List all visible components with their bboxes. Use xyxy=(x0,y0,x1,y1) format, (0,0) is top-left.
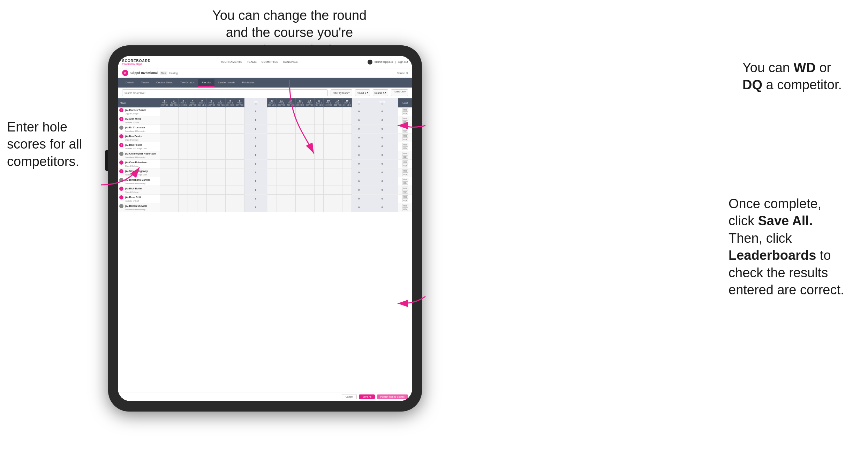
score-hole-14[interactable] xyxy=(305,142,314,151)
score-hole-6[interactable] xyxy=(207,194,216,203)
score-hole-11[interactable] xyxy=(277,151,286,159)
score-hole-6[interactable] xyxy=(207,142,216,151)
score-hole-6[interactable] xyxy=(207,107,216,116)
nav-tournaments[interactable]: TOURNAMENTS xyxy=(221,60,242,63)
sign-out-button[interactable]: Sign out xyxy=(398,60,408,63)
wd-button[interactable]: WD xyxy=(402,134,408,138)
score-hole-10[interactable] xyxy=(267,186,277,194)
score-hole-1[interactable] xyxy=(160,116,169,125)
score-hole-10[interactable] xyxy=(267,151,277,159)
score-hole-2[interactable] xyxy=(169,133,179,142)
score-hole-7[interactable] xyxy=(216,142,226,151)
score-hole-6[interactable] xyxy=(207,186,216,194)
score-hole-18[interactable] xyxy=(342,168,352,177)
score-hole-3[interactable] xyxy=(179,133,188,142)
wd-button[interactable]: WD xyxy=(402,178,408,181)
score-hole-9[interactable] xyxy=(235,177,244,186)
score-hole-1[interactable] xyxy=(160,125,169,133)
score-hole-12[interactable] xyxy=(286,125,295,133)
score-hole-12[interactable] xyxy=(286,194,295,203)
score-hole-3[interactable] xyxy=(179,168,188,177)
score-hole-13[interactable] xyxy=(295,107,305,116)
score-hole-17[interactable] xyxy=(333,133,342,142)
score-hole-6[interactable] xyxy=(207,151,216,159)
score-hole-16[interactable] xyxy=(324,142,333,151)
score-hole-6[interactable] xyxy=(207,116,216,125)
score-hole-14[interactable] xyxy=(305,133,314,142)
score-hole-13[interactable] xyxy=(295,142,305,151)
dq-button[interactable]: DQ xyxy=(402,173,408,176)
score-hole-11[interactable] xyxy=(277,107,286,116)
score-hole-14[interactable] xyxy=(305,107,314,116)
score-hole-2[interactable] xyxy=(169,168,179,177)
score-hole-4[interactable] xyxy=(188,203,197,212)
score-hole-7[interactable] xyxy=(216,194,226,203)
score-hole-1[interactable] xyxy=(160,133,169,142)
score-hole-15[interactable] xyxy=(314,194,324,203)
wd-button[interactable]: WD xyxy=(402,117,408,120)
dq-button[interactable]: DQ xyxy=(402,181,408,185)
score-hole-11[interactable] xyxy=(277,133,286,142)
score-hole-8[interactable] xyxy=(225,116,235,125)
score-hole-3[interactable] xyxy=(179,125,188,133)
score-hole-18[interactable] xyxy=(342,177,352,186)
score-hole-18[interactable] xyxy=(342,125,352,133)
score-hole-11[interactable] xyxy=(277,116,286,125)
score-hole-12[interactable] xyxy=(286,203,295,212)
nav-teams[interactable]: TEAMS xyxy=(247,60,257,63)
tab-leaderboards[interactable]: Leaderboards xyxy=(214,79,239,87)
tab-course-setup[interactable]: Course Setup xyxy=(153,79,177,87)
score-hole-1[interactable] xyxy=(160,203,169,212)
score-hole-3[interactable] xyxy=(179,116,188,125)
score-hole-1[interactable] xyxy=(160,151,169,159)
score-hole-8[interactable] xyxy=(225,186,235,194)
score-hole-16[interactable] xyxy=(324,107,333,116)
score-hole-15[interactable] xyxy=(314,177,324,186)
score-hole-10[interactable] xyxy=(267,159,277,168)
score-hole-5[interactable] xyxy=(197,116,207,125)
save-all-button[interactable]: Save All xyxy=(359,394,375,399)
score-hole-2[interactable] xyxy=(169,107,179,116)
score-hole-7[interactable] xyxy=(216,116,226,125)
score-hole-11[interactable] xyxy=(277,142,286,151)
tab-printables[interactable]: Printables xyxy=(239,79,258,87)
score-hole-4[interactable] xyxy=(188,177,197,186)
score-hole-6[interactable] xyxy=(207,177,216,186)
score-hole-3[interactable] xyxy=(179,194,188,203)
dq-button[interactable]: DQ xyxy=(402,208,408,211)
score-hole-16[interactable] xyxy=(324,159,333,168)
score-hole-9[interactable] xyxy=(235,151,244,159)
score-hole-1[interactable] xyxy=(160,159,169,168)
dq-button[interactable]: DQ xyxy=(402,146,408,150)
score-hole-13[interactable] xyxy=(295,133,305,142)
score-hole-6[interactable] xyxy=(207,159,216,168)
score-hole-4[interactable] xyxy=(188,159,197,168)
score-hole-17[interactable] xyxy=(333,186,342,194)
score-hole-3[interactable] xyxy=(179,177,188,186)
score-hole-10[interactable] xyxy=(267,168,277,177)
score-hole-5[interactable] xyxy=(197,133,207,142)
score-hole-18[interactable] xyxy=(342,159,352,168)
score-hole-16[interactable] xyxy=(324,125,333,133)
score-hole-12[interactable] xyxy=(286,133,295,142)
dq-button[interactable]: DQ xyxy=(402,155,408,159)
publish-round-button[interactable]: Publish Round Scores xyxy=(377,394,408,399)
score-hole-11[interactable] xyxy=(277,125,286,133)
score-hole-5[interactable] xyxy=(197,125,207,133)
score-hole-9[interactable] xyxy=(235,168,244,177)
footer-cancel-button[interactable]: Cancel xyxy=(342,394,357,399)
tab-tee-groups[interactable]: Tee Groups xyxy=(177,79,198,87)
wd-button[interactable]: WD xyxy=(402,204,408,208)
score-hole-6[interactable] xyxy=(207,203,216,212)
score-hole-1[interactable] xyxy=(160,168,169,177)
score-hole-13[interactable] xyxy=(295,168,305,177)
score-hole-8[interactable] xyxy=(225,125,235,133)
score-hole-14[interactable] xyxy=(305,186,314,194)
score-hole-17[interactable] xyxy=(333,203,342,212)
score-hole-11[interactable] xyxy=(277,186,286,194)
score-hole-7[interactable] xyxy=(216,177,226,186)
score-hole-11[interactable] xyxy=(277,194,286,203)
score-hole-7[interactable] xyxy=(216,159,226,168)
score-hole-3[interactable] xyxy=(179,159,188,168)
score-hole-17[interactable] xyxy=(333,142,342,151)
